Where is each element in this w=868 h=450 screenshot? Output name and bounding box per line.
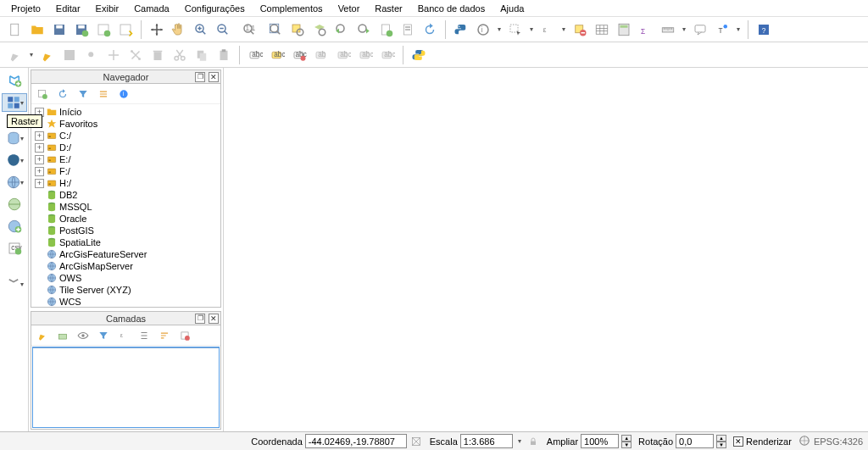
layers-body[interactable]: [33, 347, 219, 427]
measure-dropdown[interactable]: ▾: [680, 25, 688, 33]
label-move-button[interactable]: abc: [333, 45, 353, 65]
new-vector-layer-button[interactable]: ▾: [2, 275, 27, 293]
python-console-button[interactable]: [451, 19, 471, 40]
crs-icon[interactable]: [798, 435, 810, 448]
browser-tree-row[interactable]: ArcGisFeatureServer: [31, 248, 220, 260]
layers-filter-button[interactable]: [96, 328, 111, 343]
label-showhide-button[interactable]: ab: [311, 45, 331, 65]
layers-expand-button[interactable]: [136, 328, 152, 343]
browser-tree-row[interactable]: +Início: [31, 106, 220, 118]
zoom-layer-button[interactable]: [309, 19, 330, 40]
layers-close-button[interactable]: ✕: [209, 314, 219, 324]
statistics-button[interactable]: Σ: [636, 19, 656, 40]
coordinate-input[interactable]: [305, 434, 407, 448]
identify-dropdown[interactable]: ▾: [495, 25, 504, 33]
render-checkbox[interactable]: ✕: [733, 436, 743, 447]
select-expression-button[interactable]: ε: [537, 19, 558, 40]
browser-tree-row[interactable]: +D:/: [31, 142, 220, 153]
cut-button[interactable]: [170, 45, 190, 65]
browser-filter-button[interactable]: [75, 86, 91, 102]
crs-label[interactable]: EPSG:4326: [814, 436, 863, 447]
copy-button[interactable]: [192, 45, 212, 65]
browser-tree-row[interactable]: MSSQL: [31, 201, 220, 213]
browser-tree-row[interactable]: +H:/: [31, 177, 220, 189]
browser-tree-row[interactable]: +C:/: [31, 130, 220, 142]
field-calculator-button[interactable]: [614, 19, 634, 40]
layers-style-button[interactable]: [35, 328, 50, 343]
menu-camada[interactable]: Camada: [126, 2, 177, 15]
label-add-button[interactable]: abc: [245, 45, 265, 65]
python-plugin-button[interactable]: [409, 45, 429, 65]
label-change-button[interactable]: abc: [377, 45, 398, 65]
add-delimited-text-button[interactable]: csv: [2, 239, 27, 258]
layers-remove-button[interactable]: [177, 328, 192, 343]
new-bookmark-button[interactable]: [376, 19, 396, 40]
map-tips-button[interactable]: [690, 19, 710, 40]
menu-projeto[interactable]: Projeto: [3, 2, 48, 15]
add-postgis-button[interactable]: ▾: [2, 151, 27, 169]
browser-collapse-button[interactable]: [96, 86, 111, 102]
select-button[interactable]: [505, 19, 526, 40]
open-project-button[interactable]: [27, 19, 47, 40]
save-as-button[interactable]: [71, 19, 92, 40]
browser-tree[interactable]: +InícioFavoritos+C:/+D:/+E:/+F:/+H:/DB2M…: [31, 104, 220, 307]
add-wcs-button[interactable]: [2, 195, 27, 214]
menu-banco-de-dados[interactable]: Banco de dados: [410, 2, 493, 15]
browser-tree-row[interactable]: WCS: [31, 296, 220, 307]
node-tool-button[interactable]: [125, 45, 146, 65]
tree-expand-icon[interactable]: +: [35, 179, 44, 188]
zoom-in-button[interactable]: [191, 19, 211, 40]
layers-collapse-button[interactable]: [157, 328, 172, 343]
browser-tree-row[interactable]: Tile Server (XYZ): [31, 284, 220, 296]
menu-raster[interactable]: Raster: [367, 2, 409, 15]
layers-visibility-button[interactable]: [75, 328, 91, 343]
layers-expression-button[interactable]: ε: [116, 328, 131, 343]
browser-tree-row[interactable]: +E:/: [31, 153, 220, 165]
zoom-out-button[interactable]: [213, 19, 233, 40]
browser-close-button[interactable]: ✕: [209, 72, 219, 82]
add-wfs-button[interactable]: [2, 217, 27, 236]
extents-icon[interactable]: [409, 435, 423, 448]
scale-dropdown[interactable]: ▾: [515, 437, 524, 445]
tree-expand-icon[interactable]: +: [35, 155, 44, 164]
browser-tree-row[interactable]: +F:/: [31, 165, 220, 177]
new-print-composer-button[interactable]: [93, 19, 114, 40]
browser-tree-row[interactable]: PostGIS: [31, 225, 220, 236]
add-wms-button[interactable]: ▾: [2, 173, 27, 192]
browser-add-button[interactable]: [35, 86, 50, 102]
text-annotation-button[interactable]: T: [712, 19, 732, 40]
browser-tree-row[interactable]: ArcGisMapServer: [31, 260, 220, 272]
label-highlight-button[interactable]: abc: [267, 45, 287, 65]
zoom-selection-button[interactable]: [287, 19, 308, 40]
label-pin-button[interactable]: abc: [289, 45, 309, 65]
zoom-next-button[interactable]: [353, 19, 374, 40]
tree-expand-icon[interactable]: +: [35, 143, 44, 153]
label-rotate-button[interactable]: abc: [355, 45, 376, 65]
toggle-editing-button[interactable]: [37, 45, 58, 65]
pan-button[interactable]: [147, 19, 167, 40]
layers-dock-button[interactable]: ❐: [195, 314, 205, 324]
browser-dock-button[interactable]: ❐: [195, 72, 205, 82]
add-raster-layer-button[interactable]: ▾: [2, 93, 27, 112]
pan-selection-button[interactable]: [169, 19, 189, 40]
layers-add-group-button[interactable]: [55, 328, 70, 343]
select-expression-dropdown[interactable]: ▾: [559, 25, 568, 33]
bookmarks-button[interactable]: [398, 19, 418, 40]
add-spatialite-button[interactable]: ▾: [2, 129, 27, 147]
menu-complementos[interactable]: Complementos: [253, 2, 331, 15]
tree-expand-icon[interactable]: +: [35, 167, 44, 176]
scale-input[interactable]: [460, 434, 513, 448]
new-project-button[interactable]: [5, 19, 25, 40]
menu-editar[interactable]: Editar: [48, 2, 88, 15]
refresh-button[interactable]: [420, 19, 440, 40]
attribute-table-button[interactable]: [592, 19, 612, 40]
menu-vetor[interactable]: Vetor: [331, 2, 368, 15]
browser-properties-button[interactable]: i: [116, 86, 131, 102]
move-feature-button[interactable]: [103, 45, 124, 65]
deselect-button[interactable]: [570, 19, 590, 40]
help-button[interactable]: ?: [754, 19, 774, 40]
map-canvas[interactable]: [224, 68, 868, 431]
browser-tree-row[interactable]: DB2: [31, 189, 220, 201]
browser-tree-row[interactable]: Favoritos: [31, 118, 220, 130]
identify-button[interactable]: i: [473, 19, 493, 40]
